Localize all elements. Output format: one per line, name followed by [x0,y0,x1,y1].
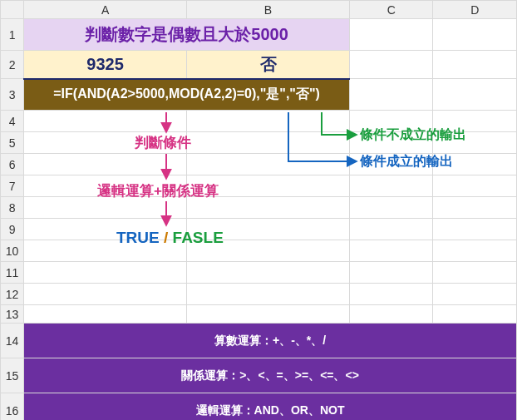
cell-C9[interactable] [350,219,433,240]
cell-B5[interactable] [187,132,350,154]
cell-D2[interactable] [433,51,517,79]
cell-A5[interactable] [24,132,187,154]
cell-C8[interactable] [350,197,433,219]
row-header-14[interactable]: 14 [1,324,24,358]
cell-D12[interactable] [433,284,517,305]
cell-C7[interactable] [350,175,433,197]
cell-D1[interactable] [433,19,517,51]
cell-B6[interactable] [187,154,350,175]
cell-C10[interactable] [350,240,433,262]
row-header-1[interactable]: 1 [1,19,24,51]
row-header-8[interactable]: 8 [1,197,24,219]
cell-C2[interactable] [350,51,433,79]
cell-D10[interactable] [433,240,517,262]
col-header-B[interactable]: B [187,1,350,19]
cell-D4[interactable] [433,111,517,132]
row-header-6[interactable]: 6 [1,154,24,175]
cell-D3[interactable] [433,79,517,111]
cell-A7[interactable] [24,175,187,197]
operators-logical[interactable]: 邏輯運算：AND、OR、NOT [24,393,517,421]
row-header-2[interactable]: 2 [1,51,24,79]
row-1: 1 判斷數字是偶數且大於5000 [1,19,517,51]
row-header-7[interactable]: 7 [1,175,24,197]
row-header-5[interactable]: 5 [1,132,24,154]
row-2: 2 9325 否 [1,51,517,79]
cell-B7[interactable] [187,175,350,197]
cell-C11[interactable] [350,262,433,284]
cell-B11[interactable] [187,262,350,284]
row-header-15[interactable]: 15 [1,358,24,393]
row-15: 15 關係運算：>、<、=、>=、<=、<> [1,358,517,393]
cell-B8[interactable] [187,197,350,219]
cell-B13[interactable] [187,305,350,324]
col-header-A[interactable]: A [24,1,187,19]
operators-relational[interactable]: 關係運算：>、<、=、>=、<=、<> [24,358,517,393]
cell-A9[interactable] [24,219,187,240]
cell-A2-value[interactable]: 9325 [24,51,187,79]
cell-A13[interactable] [24,305,187,324]
cell-C12[interactable] [350,284,433,305]
cell-B4[interactable] [187,111,350,132]
cell-A8[interactable] [24,197,187,219]
cell-D8[interactable] [433,197,517,219]
spreadsheet-grid[interactable]: A B C D 1 判斷數字是偶數且大於5000 2 9325 否 3 =IF(… [0,0,517,420]
cell-D5[interactable] [433,132,517,154]
cell-C4[interactable] [350,111,433,132]
row-header-3[interactable]: 3 [1,79,24,111]
cell-A1-title[interactable]: 判斷數字是偶數且大於5000 [24,19,350,51]
cell-D9[interactable] [433,219,517,240]
corner-cell [1,1,24,19]
row-14: 14 算數運算：+、-、*、/ [1,324,517,358]
cell-B9[interactable] [187,219,350,240]
cell-C13[interactable] [350,305,433,324]
col-header-D[interactable]: D [433,1,517,19]
cell-A11[interactable] [24,262,187,284]
cell-C5[interactable] [350,132,433,154]
row-3: 3 =IF(AND(A2>5000,MOD(A2,2)=0),"是","否") [1,79,517,111]
cell-C3[interactable] [350,79,433,111]
cell-A6[interactable] [24,154,187,175]
cell-A12[interactable] [24,284,187,305]
row-header-9[interactable]: 9 [1,219,24,240]
cell-A4[interactable] [24,111,187,132]
cell-C6[interactable] [350,154,433,175]
cell-D11[interactable] [433,262,517,284]
cell-C1[interactable] [350,19,433,51]
cell-B10[interactable] [187,240,350,262]
row-header-11[interactable]: 11 [1,262,24,284]
column-header-row: A B C D [1,1,517,19]
cell-A3-formula[interactable]: =IF(AND(A2>5000,MOD(A2,2)=0),"是","否") [24,79,350,111]
cell-D6[interactable] [433,154,517,175]
cell-B2-result[interactable]: 否 [187,51,350,79]
cell-A10[interactable] [24,240,187,262]
row-header-12[interactable]: 12 [1,284,24,305]
cell-D7[interactable] [433,175,517,197]
row-16: 16 邏輯運算：AND、OR、NOT [1,393,517,421]
col-header-C[interactable]: C [350,1,433,19]
cell-B12[interactable] [187,284,350,305]
cell-D13[interactable] [433,305,517,324]
row-header-10[interactable]: 10 [1,240,24,262]
row-header-13[interactable]: 13 [1,305,24,324]
row-header-16[interactable]: 16 [1,393,24,421]
operators-arithmetic[interactable]: 算數運算：+、-、*、/ [24,324,517,358]
row-header-4[interactable]: 4 [1,111,24,132]
